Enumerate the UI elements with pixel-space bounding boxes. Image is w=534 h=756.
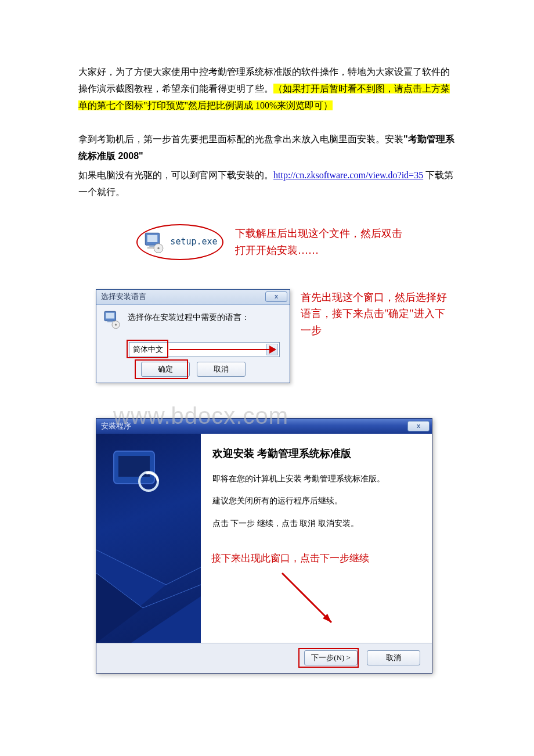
language-dialog-titlebar: 选择安装语言 x (96, 290, 290, 305)
cancel-button[interactable]: 取消 (197, 362, 246, 377)
wizard-line1: 即将在您的计算机上安装 考勤管理系统标准版。 (212, 472, 420, 486)
language-dialog-buttons: 确定 取消 (102, 362, 284, 377)
language-dialog-figure: 选择安装语言 x 选择你在安装过程中需要的语言： 简体中文 (96, 289, 456, 383)
setup-filename: setup.exe (170, 234, 217, 250)
wizard-line3: 点击 下一步 继续，点击 取消 取消安装。 (212, 517, 420, 531)
svg-point-5 (158, 247, 160, 249)
wizard-content: 欢迎安装 考勤管理系统标准版 即将在您的计算机上安装 考勤管理系统标准版。 建议… (201, 434, 432, 643)
wizard-arrow-icon (276, 567, 346, 631)
svg-rect-7 (106, 312, 114, 318)
installer-wizard: 安装程序 x 欢迎安装 考勤管理系统标准版 即将在您的计算机上安装 考勤管理系统… (96, 418, 432, 674)
wizard-title: 安装程序 (101, 419, 131, 433)
close-icon: x (417, 420, 420, 432)
svg-rect-1 (147, 235, 158, 242)
wizard-cancel-button[interactable]: 取消 (367, 650, 420, 665)
language-prompt: 选择你在安装过程中需要的语言： (128, 309, 250, 325)
intro-text: 大家好，为了方便大家使用中控考勤管理系统标准版的软件操作，特地为大家设置了软件的… (78, 64, 456, 114)
step1-line1: 拿到考勤机后，第一步首先要把里面标配的光盘拿出来放入电脑里面安装。安装"考勤管理… (78, 131, 456, 165)
highlight-arrow-head (269, 345, 276, 354)
language-select-wrap: 简体中文 (129, 342, 284, 357)
highlight-rect-language (127, 340, 168, 358)
download-link[interactable]: http://cn.zksoftware.com/view.do?id=35 (273, 170, 423, 180)
highlight-rect-ok (135, 359, 188, 379)
wizard-footer: 下一步(N) > 取消 (96, 643, 432, 673)
setup-figure: setup.exe 下载解压后出现这个文件，然后双击打开开始安装…… (136, 224, 456, 260)
installer-mini-icon (102, 309, 122, 330)
wizard-main: 欢迎安装 考勤管理系统标准版 即将在您的计算机上安装 考勤管理系统标准版。 建议… (96, 434, 432, 643)
svg-line-17 (282, 573, 331, 622)
language-dialog-title: 选择安装语言 (101, 290, 146, 303)
highlight-arrow-line (169, 349, 270, 350)
language-note: 首先出现这个窗口，然后选择好语言，接下来点击"确定"进入下一步 (301, 289, 452, 339)
svg-point-10 (115, 323, 117, 325)
wizard-note: 接下来出现此窗口，点击下一步继续 (211, 550, 426, 568)
language-dialog: 选择安装语言 x 选择你在安装过程中需要的语言： 简体中文 (96, 289, 290, 383)
highlight-rect-next (298, 648, 359, 668)
step1-a: 拿到考勤机后，第一步首先要把里面标配的光盘拿出来放入电脑里面安装。安装 (78, 134, 403, 144)
wizard-sidebar (96, 434, 201, 643)
close-icon: x (275, 291, 278, 303)
language-dialog-body: 选择你在安装过程中需要的语言： 简体中文 确定 取消 (96, 305, 290, 383)
wizard-line2: 建议您关闭所有的运行程序后继续。 (212, 494, 420, 508)
setup-note: 下载解压后出现这个文件，然后双击打开开始安装…… (235, 225, 403, 259)
setup-icon-circle: setup.exe (136, 224, 223, 260)
wizard-sidebar-art (96, 434, 201, 643)
step1-line2: 如果电脑没有光驱的，可以到官网下载安装的。http://cn.zksoftwar… (78, 167, 456, 201)
svg-rect-8 (107, 321, 113, 322)
wizard-titlebar: 安装程序 x (96, 419, 432, 434)
step1-section: 拿到考勤机后，第一步首先要把里面标配的光盘拿出来放入电脑里面安装。安装"考勤管理… (78, 131, 456, 200)
intro-section: 大家好，为了方便大家使用中控考勤管理系统标准版的软件操作，特地为大家设置了软件的… (78, 64, 456, 114)
wizard-close-button[interactable]: x (407, 421, 430, 431)
close-button[interactable]: x (265, 291, 287, 302)
step1-c: 如果电脑没有光驱的，可以到官网下载安装的。 (78, 170, 273, 180)
wizard-heading: 欢迎安装 考勤管理系统标准版 (212, 444, 420, 463)
installer-icon (142, 230, 167, 254)
